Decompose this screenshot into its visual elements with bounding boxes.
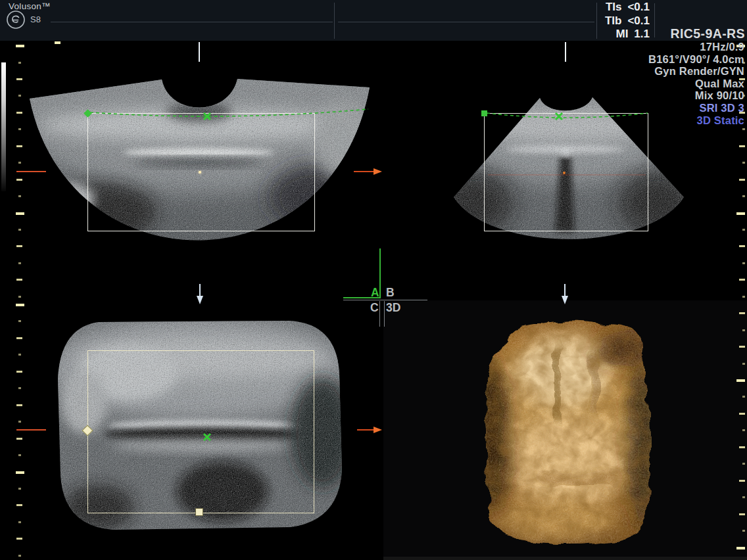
quadrant-divider-gray-horizontal — [343, 300, 427, 300]
depth-tick — [18, 128, 21, 130]
param-mode: 3D Static — [648, 114, 744, 127]
mi-label: MI — [615, 28, 628, 41]
parameter-panel: 17Hz/0.9 B161°/V90°/ 4.0cm Gyn Render/GY… — [648, 41, 744, 126]
curve-handle-square-b[interactable] — [481, 110, 487, 116]
depth-tick — [18, 195, 21, 197]
quadrant-label-3d[interactable]: 3D — [386, 302, 400, 314]
depth-tick — [742, 229, 745, 231]
probe-orientation-marker-b — [565, 42, 566, 62]
probe-orientation-marker-a — [199, 42, 200, 62]
depth-tick — [739, 446, 745, 448]
depth-tick — [742, 463, 745, 465]
header-divider — [338, 22, 594, 22]
depth-tick — [742, 530, 745, 532]
quadrant-label-c[interactable]: C — [370, 302, 379, 314]
reference-x-marker-b[interactable] — [554, 112, 564, 121]
depth-tick — [16, 438, 22, 440]
tis-label: TIs — [606, 1, 622, 14]
depth-tick — [742, 162, 745, 164]
plane-arrow-c-icon — [374, 427, 382, 433]
quadrant-divider-gray-vertical — [379, 301, 380, 327]
depth-tick — [16, 112, 22, 114]
depth-tick — [739, 245, 745, 247]
depth-tick — [742, 363, 745, 365]
mi-value: 1.1 — [634, 28, 650, 41]
roi-handle-square-c[interactable] — [195, 508, 203, 516]
ge-logo-icon — [6, 10, 26, 30]
depth-tick — [16, 504, 22, 506]
depth-tick — [18, 387, 21, 389]
plane-arrow-a-line — [354, 171, 375, 172]
depth-tick — [18, 521, 21, 523]
depth-tick — [18, 421, 21, 423]
header-divider — [654, 3, 655, 37]
depth-tick — [16, 471, 24, 474]
plane-arrow-c-line — [357, 429, 375, 431]
depth-tick — [16, 279, 22, 281]
depth-tick — [736, 547, 745, 549]
depth-tick — [18, 95, 21, 97]
depth-tick — [18, 488, 21, 490]
depth-tick — [736, 379, 745, 382]
depth-tick — [18, 454, 21, 456]
depth-tick — [742, 496, 745, 498]
depth-tick — [739, 513, 745, 515]
depth-tick — [18, 354, 21, 356]
depth-tick — [18, 62, 21, 64]
reference-x-marker-a[interactable] — [203, 112, 212, 121]
depth-tick — [742, 128, 745, 130]
model-label: S8 — [30, 14, 41, 24]
param-sri: SRI 3D 3 — [648, 102, 744, 114]
quadrant-divider-gray-vertical — [384, 301, 385, 327]
depth-tick — [16, 371, 22, 373]
param-angles: B161°/V90°/ 4.0cm — [648, 53, 744, 66]
header-divider — [334, 3, 335, 39]
render-3d-image[interactable] — [460, 309, 747, 560]
depth-tick — [18, 296, 21, 298]
depth-tick — [16, 78, 22, 80]
down-arrow-b-icon — [562, 296, 568, 304]
depth-tick — [16, 212, 24, 215]
roi-box-c[interactable] — [87, 350, 314, 513]
depth-tick — [18, 262, 21, 264]
depth-tick — [739, 346, 745, 348]
param-mix: Mix 90/10 — [648, 89, 744, 102]
depth-tick — [742, 396, 745, 398]
roi-box-a[interactable] — [87, 113, 315, 231]
depth-tick — [16, 179, 22, 181]
down-arrow-a-icon — [197, 296, 203, 304]
reference-x-marker-c[interactable] — [203, 432, 212, 442]
depth-tick — [739, 179, 745, 181]
down-arrow-b-line — [564, 284, 566, 296]
depth-tick — [739, 312, 745, 314]
grayscale-bar — [1, 62, 6, 191]
depth-tick — [16, 45, 24, 47]
depth-tick — [736, 212, 745, 215]
depth-tick — [16, 404, 22, 406]
depth-tick — [16, 245, 22, 247]
depth-tick — [739, 279, 745, 281]
quadrant-label-a[interactable]: A — [371, 287, 379, 298]
depth-tick — [739, 480, 745, 482]
depth-tick — [18, 555, 21, 557]
depth-tick — [18, 320, 21, 322]
down-arrow-a-line — [199, 284, 201, 296]
ultrasound-screen: Voluson™ S8 TIs <0.1 TIb <0.1 MI — [0, 0, 747, 560]
depth-tick — [16, 538, 22, 540]
depth-tick — [16, 304, 24, 306]
depth-tick — [16, 145, 22, 147]
plane-arrow-a-icon — [374, 168, 382, 175]
quadrant-label-b[interactable]: B — [386, 287, 395, 298]
tis-value: <0.1 — [627, 1, 650, 14]
header-bar: Voluson™ S8 TIs <0.1 TIb <0.1 MI — [0, 0, 747, 41]
focus-line-left-a — [16, 171, 46, 172]
param-preset: Gyn Render/GYN — [648, 65, 744, 78]
tis-row: TIs <0.1 — [583, 1, 650, 14]
roi-box-b[interactable] — [484, 113, 648, 231]
depth-tick — [18, 162, 21, 164]
focus-line-left-c — [16, 429, 46, 431]
depth-tick — [742, 429, 745, 431]
mi-row: MI 1.1 — [583, 28, 650, 41]
tib-value: <0.1 — [627, 14, 650, 28]
depth-tick — [742, 296, 745, 298]
